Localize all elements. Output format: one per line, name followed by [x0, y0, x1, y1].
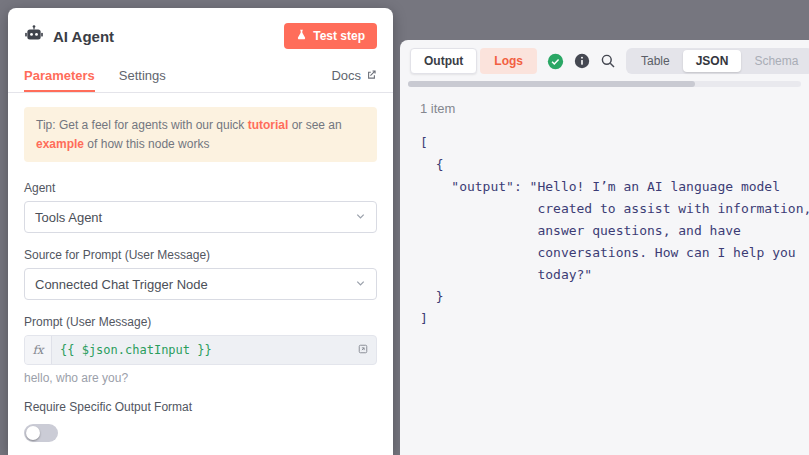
node-title: AI Agent: [53, 28, 114, 45]
json-tab[interactable]: JSON: [683, 50, 742, 72]
prompt-resolved-hint: hello, who are you?: [24, 371, 377, 385]
source-select[interactable]: Connected Chat Trigger Node: [24, 268, 377, 300]
agent-select[interactable]: Tools Agent: [24, 201, 377, 233]
output-format-label: Require Specific Output Format: [24, 400, 377, 414]
prompt-expression-field[interactable]: fx {{ $json.chatInput }}: [24, 335, 377, 365]
require-output-format-toggle[interactable]: [24, 424, 58, 442]
test-step-label: Test step: [313, 29, 365, 43]
tip-text-suffix: of how this node works: [84, 137, 209, 151]
chevron-down-icon: [355, 210, 366, 225]
flask-icon: [296, 29, 307, 43]
test-step-button[interactable]: Test step: [284, 23, 377, 49]
docs-label: Docs: [331, 68, 361, 83]
format-tabs: Table JSON Schema: [626, 48, 809, 74]
success-check-icon: [547, 53, 564, 70]
info-icon[interactable]: [574, 53, 590, 69]
view-tabs: Output Logs: [410, 48, 537, 74]
tab-settings[interactable]: Settings: [119, 58, 166, 92]
schema-tab[interactable]: Schema: [741, 50, 809, 72]
logs-tab[interactable]: Logs: [480, 48, 537, 74]
output-content: 1 item [ { "output": "Hello! I’m an AI l…: [400, 87, 809, 330]
fx-badge: fx: [25, 336, 52, 364]
panel-header: AI Agent Test step: [8, 8, 393, 58]
toggle-knob: [26, 426, 40, 440]
open-expression-editor-button[interactable]: [350, 336, 376, 364]
expand-icon: [357, 343, 369, 358]
external-link-icon: [366, 68, 377, 83]
tip-banner: Tip: Get a feel for agents with our quic…: [24, 107, 377, 162]
tip-text-middle: or see an: [288, 118, 341, 132]
node-settings-panel: AI Agent Test step Parameters Settings D…: [8, 8, 393, 455]
table-tab[interactable]: Table: [628, 50, 683, 72]
agent-label: Agent: [24, 181, 377, 195]
parameters-form: Agent Tools Agent Source for Prompt (Use…: [8, 164, 393, 442]
app-background: AI Agent Test step Parameters Settings D…: [0, 0, 809, 455]
source-select-value: Connected Chat Trigger Node: [35, 277, 208, 292]
agent-select-value: Tools Agent: [35, 210, 102, 225]
docs-link[interactable]: Docs: [331, 58, 377, 92]
tip-text-prefix: Tip: Get a feel for agents with our quic…: [36, 118, 248, 132]
json-output: [ { "output": "Hello! I’m an AI language…: [420, 132, 809, 330]
horizontal-scrollbar-thumb[interactable]: [408, 81, 695, 87]
tab-parameters[interactable]: Parameters: [24, 58, 95, 92]
settings-tabs: Parameters Settings Docs: [8, 58, 393, 93]
example-link[interactable]: example: [36, 137, 84, 151]
items-count: 1 item: [420, 101, 809, 116]
search-icon[interactable]: [600, 53, 616, 69]
output-panel: Output Logs Table JSON Schema 1 item: [400, 40, 809, 455]
prompt-label: Prompt (User Message): [24, 315, 377, 329]
horizontal-scrollbar[interactable]: [408, 81, 801, 87]
tutorial-link[interactable]: tutorial: [248, 118, 289, 132]
chevron-down-icon: [355, 277, 366, 292]
robot-icon: [24, 24, 44, 48]
output-tab[interactable]: Output: [410, 48, 477, 74]
source-label: Source for Prompt (User Message): [24, 248, 377, 262]
output-toolbar: Output Logs Table JSON Schema: [400, 40, 809, 79]
prompt-expression-input[interactable]: {{ $json.chatInput }}: [52, 336, 350, 364]
